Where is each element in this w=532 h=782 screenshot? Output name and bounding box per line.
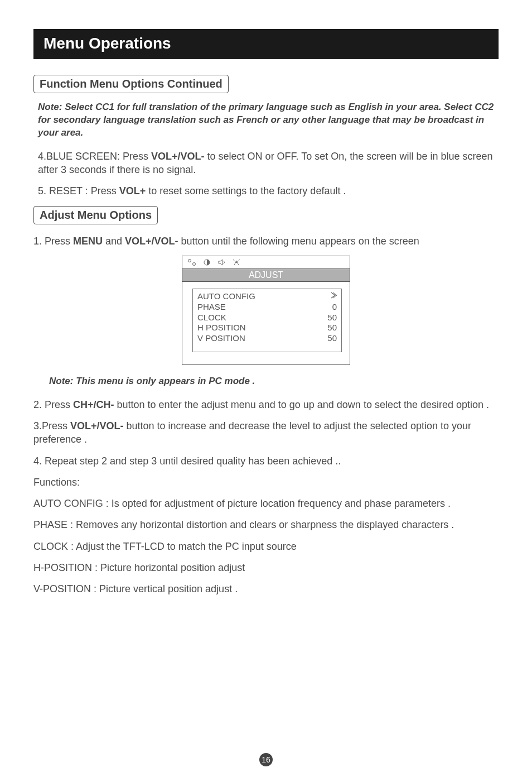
osd-row: CLOCK 50: [197, 313, 337, 323]
osd-icon-row: [182, 256, 350, 268]
fn-vpos: V-POSITION : Picture vertical position a…: [33, 582, 499, 596]
osd-body: AUTO CONFIG PHASE 0 CLOCK 50 H POSITION …: [182, 282, 350, 364]
para-adjust-3: 3.Press VOL+/VOL- button to increase and…: [33, 419, 499, 447]
section-heading-adjust: Adjust Menu Options: [33, 206, 158, 224]
brightness-icon: [187, 258, 197, 266]
page-number: 16: [259, 753, 273, 766]
para-reset: 5. RESET : Press VOL+ to reset some sett…: [38, 184, 499, 198]
fn-hpos: H-POSITION : Picture horizontal position…: [33, 561, 499, 574]
section-heading-function: Function Menu Options Continued: [33, 75, 229, 93]
antenna-icon: [232, 258, 241, 266]
osd-label: AUTO CONFIG: [197, 291, 255, 302]
text: to reset some settings to the factory de…: [146, 185, 346, 196]
text: 1. Press: [33, 236, 73, 247]
functions-heading: Functions:: [33, 476, 499, 489]
osd-row: AUTO CONFIG: [197, 291, 337, 302]
text: button to enter the adjust menu and to g…: [114, 399, 489, 410]
text: 4.BLUE SCREEN: Press: [38, 151, 151, 162]
osd-row: V POSITION 50: [197, 333, 337, 344]
osd-label: H POSITION: [197, 323, 246, 333]
osd-value: 50: [327, 333, 337, 344]
osd-row: PHASE 0: [197, 302, 337, 313]
para-adjust-1: 1. Press MENU and VOL+/VOL- button until…: [33, 234, 499, 248]
key-vol: VOL+/VOL-: [70, 420, 124, 431]
osd-value: 50: [327, 313, 337, 323]
key-vol: VOL+/VOL-: [125, 236, 178, 247]
para-adjust-2: 2. Press CH+/CH- button to enter the adj…: [33, 398, 499, 411]
key-ch: CH+/CH-: [73, 399, 114, 410]
osd-label: CLOCK: [197, 313, 226, 323]
fn-clock: CLOCK : Adjust the TFT-LCD to match the …: [33, 540, 499, 553]
note-cc: Note: Select CC1 for full translation of…: [38, 101, 499, 140]
svg-point-1: [193, 263, 196, 266]
para-blue-screen: 4.BLUE SCREEN: Press VOL+/VOL- to select…: [38, 150, 499, 177]
para-adjust-4: 4. Repeat step 2 and step 3 until desire…: [33, 454, 499, 468]
note-pc-mode: Note: This menu is only appears in PC mo…: [49, 375, 499, 388]
fn-autoconfig: AUTO CONFIG : Is opted for adjustment of…: [33, 497, 499, 510]
osd-label: V POSITION: [197, 333, 245, 344]
text: 2. Press: [33, 399, 73, 410]
text: 3.Press: [33, 420, 70, 431]
key-volp: VOL+: [119, 185, 146, 196]
svg-point-0: [188, 260, 191, 262]
arrow-right-icon: [330, 291, 337, 302]
key-menu: MENU: [73, 236, 103, 247]
osd-label: PHASE: [197, 302, 226, 313]
fn-phase: PHASE : Removes any horizontal distortio…: [33, 518, 499, 531]
osd-header: ADJUST: [182, 268, 350, 282]
page-title: Menu Operations: [43, 35, 171, 52]
key-vol: VOL+/VOL-: [151, 151, 205, 162]
osd-value: 50: [327, 323, 337, 333]
contrast-icon: [202, 258, 211, 266]
osd-inner: AUTO CONFIG PHASE 0 CLOCK 50 H POSITION …: [192, 289, 342, 352]
osd-row: H POSITION 50: [197, 323, 337, 333]
text: and: [103, 236, 125, 247]
text: 5. RESET : Press: [38, 185, 119, 196]
osd-value: 0: [332, 302, 337, 313]
text: button until the following menu appears …: [178, 236, 419, 247]
osd-panel: ADJUST AUTO CONFIG PHASE 0 CLOCK 50 H PO…: [182, 256, 350, 365]
speaker-icon: [217, 258, 226, 266]
osd-wrapper: ADJUST AUTO CONFIG PHASE 0 CLOCK 50 H PO…: [33, 256, 499, 365]
page-title-bar: Menu Operations: [33, 29, 499, 59]
